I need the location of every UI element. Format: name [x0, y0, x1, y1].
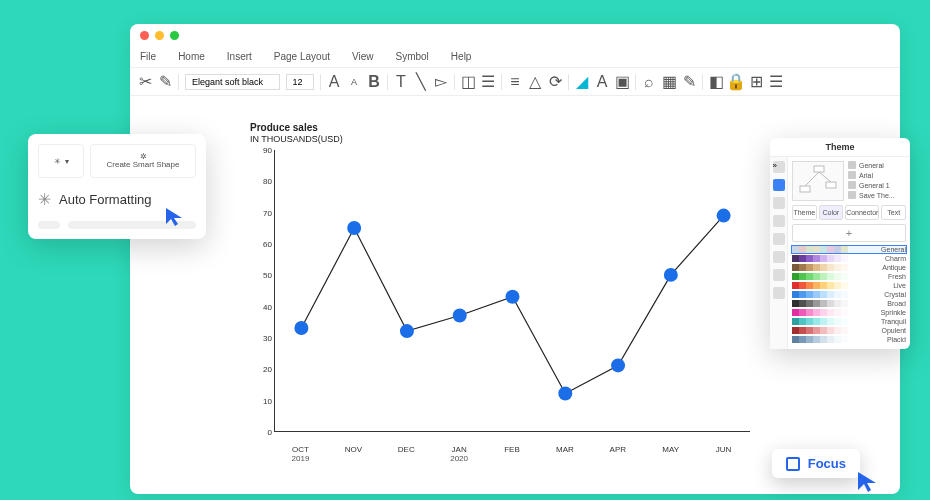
x-tick: MAR — [538, 446, 591, 464]
menu-home[interactable]: Home — [178, 51, 205, 62]
theme-panel: Theme » GeneralArialGeneral 1Save The...… — [770, 138, 910, 349]
fill-icon[interactable]: ◢ — [575, 75, 589, 89]
palette-row[interactable]: Antique — [792, 264, 906, 271]
x-axis: OCT2019NOVDECJAN2020FEBMARAPRMAYJUN — [274, 446, 750, 464]
auto-format-popup: ✳ ▾ ✲ Create Smart Shape ✳ Auto Formatti… — [28, 134, 206, 239]
auto-layout-button[interactable]: ✳ ▾ — [38, 144, 84, 178]
create-smart-shape-button[interactable]: ✲ Create Smart Shape — [90, 144, 196, 178]
palette-row[interactable]: Placid — [792, 336, 906, 343]
warning-icon[interactable]: △ — [528, 75, 542, 89]
toolbar: ✂ ✎ Elegant soft black 12 A A B T ╲ ▻ ◫ … — [130, 68, 900, 96]
data-point[interactable] — [294, 321, 308, 335]
theme-option[interactable]: Save The... — [848, 191, 906, 199]
rail-item[interactable] — [773, 179, 785, 191]
palette-row[interactable]: Sprinkle — [792, 309, 906, 316]
rail-item[interactable] — [773, 269, 785, 281]
pointer-icon[interactable]: ▻ — [434, 75, 448, 89]
crop-icon[interactable]: ▣ — [615, 75, 629, 89]
x-tick: APR — [591, 446, 644, 464]
cursor-icon — [856, 470, 880, 494]
theme-option[interactable]: General 1 — [848, 181, 906, 189]
y-tick: 80 — [263, 177, 272, 186]
bold-icon[interactable]: B — [367, 75, 381, 89]
tab-connector[interactable]: Connector — [845, 205, 879, 220]
y-tick: 30 — [263, 334, 272, 343]
data-point[interactable] — [400, 324, 414, 338]
text-icon[interactable]: T — [394, 75, 408, 89]
palette-row[interactable]: Broad — [792, 300, 906, 307]
palette-row[interactable]: Opulent — [792, 327, 906, 334]
theme-panel-title: Theme — [770, 138, 910, 157]
menu-icon[interactable]: ☰ — [769, 75, 783, 89]
auto-formatting-label[interactable]: Auto Formatting — [59, 192, 152, 207]
focus-button[interactable]: Focus — [772, 449, 860, 478]
theme-option[interactable]: Arial — [848, 171, 906, 179]
data-point[interactable] — [347, 221, 361, 235]
close-icon[interactable] — [140, 31, 149, 40]
y-tick: 10 — [263, 396, 272, 405]
font-color-icon[interactable]: A — [595, 75, 609, 89]
theme-option[interactable]: General — [848, 161, 906, 169]
lock-icon[interactable]: 🔒 — [729, 75, 743, 89]
cut-icon[interactable]: ✂ — [138, 75, 152, 89]
plot-area — [274, 150, 750, 432]
decrease-font-icon[interactable]: A — [347, 75, 361, 89]
palette-row[interactable]: Fresh — [792, 273, 906, 280]
font-family-select[interactable]: Elegant soft black — [185, 74, 280, 90]
palette-row[interactable]: Crystal — [792, 291, 906, 298]
tab-theme[interactable]: Theme — [792, 205, 817, 220]
data-point[interactable] — [506, 290, 520, 304]
rail-item[interactable] — [773, 215, 785, 227]
menu-file[interactable]: File — [140, 51, 156, 62]
palette-row[interactable]: Charm — [792, 255, 906, 262]
x-tick: OCT2019 — [274, 446, 327, 464]
menu-help[interactable]: Help — [451, 51, 472, 62]
x-tick: MAY — [644, 446, 697, 464]
data-point[interactable] — [664, 268, 678, 282]
theme-preview[interactable] — [792, 161, 844, 201]
line-icon[interactable]: ╲ — [414, 75, 428, 89]
maximize-icon[interactable] — [170, 31, 179, 40]
spacing-icon[interactable]: ☰ — [481, 75, 495, 89]
x-tick: NOV — [327, 446, 380, 464]
palette-row[interactable]: Tranquil — [792, 318, 906, 325]
paintbrush-icon[interactable]: ✎ — [158, 75, 172, 89]
rail-item[interactable] — [773, 197, 785, 209]
grid-icon[interactable]: ▦ — [662, 75, 676, 89]
menu-insert[interactable]: Insert — [227, 51, 252, 62]
menu-view[interactable]: View — [352, 51, 374, 62]
data-point[interactable] — [453, 309, 467, 323]
minimize-icon[interactable] — [155, 31, 164, 40]
sparkle-icon: ✳ — [38, 190, 51, 209]
menu-page-layout[interactable]: Page Layout — [274, 51, 330, 62]
search-icon[interactable]: ⌕ — [642, 75, 656, 89]
tab-color[interactable]: Color — [819, 205, 844, 220]
palette-row[interactable]: Live — [792, 282, 906, 289]
add-palette-button[interactable]: + — [792, 224, 906, 242]
data-point[interactable] — [717, 209, 731, 223]
y-tick: 70 — [263, 208, 272, 217]
layers-icon[interactable]: ◫ — [461, 75, 475, 89]
pen-icon[interactable]: ✎ — [682, 75, 696, 89]
align-icon[interactable]: ≡ — [508, 75, 522, 89]
font-size-select[interactable]: 12 — [286, 74, 314, 90]
more-icon[interactable]: ⊞ — [749, 75, 763, 89]
y-axis: 0102030405060708090 — [250, 150, 274, 432]
sparkle-icon: ✳ — [54, 157, 61, 166]
increase-font-icon[interactable]: A — [327, 75, 341, 89]
chart-title: Produce sales — [250, 122, 780, 133]
rotate-icon[interactable]: ⟳ — [548, 75, 562, 89]
palette-row[interactable]: General — [792, 246, 906, 253]
slider-handle[interactable] — [38, 221, 60, 229]
chart: Produce sales IN THOUSANDS(USD) 01020304… — [250, 122, 780, 492]
menu-symbol[interactable]: Symbol — [396, 51, 429, 62]
data-point[interactable] — [611, 358, 625, 372]
theme-icon[interactable]: ◧ — [709, 75, 723, 89]
rail-item[interactable] — [773, 287, 785, 299]
y-tick: 60 — [263, 240, 272, 249]
tab-text[interactable]: Text — [881, 205, 906, 220]
rail-item[interactable]: » — [773, 161, 785, 173]
data-point[interactable] — [558, 387, 572, 401]
rail-item[interactable] — [773, 251, 785, 263]
rail-item[interactable] — [773, 233, 785, 245]
